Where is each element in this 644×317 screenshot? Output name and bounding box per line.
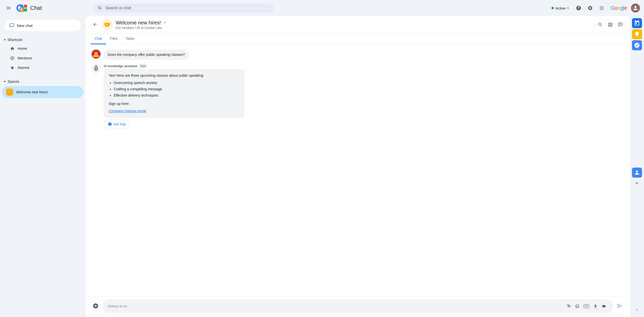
mentions-icon (10, 56, 15, 60)
tab-files[interactable]: Files (106, 33, 122, 44)
sidebar: New chat ▾ Shortcuts Home Mentions (0, 16, 86, 317)
sidebar-home-label: Home (18, 47, 27, 51)
settings-button[interactable] (585, 3, 595, 13)
user-message-content: Does the company offer public speaking c… (104, 50, 624, 60)
shortcuts-section: ▾ Shortcuts Home Mentions Starred (0, 36, 86, 72)
message-input-box: GIF (103, 299, 613, 313)
add-app-button[interactable] (632, 179, 641, 189)
top-bar-left: Chat (4, 4, 90, 13)
user-avatar (92, 50, 101, 59)
tab-chat[interactable]: Chat (91, 33, 106, 44)
chat-header-subtitle: 510 members • All of Cymbal Labs (116, 26, 596, 30)
contacts-app-icon[interactable] (632, 168, 642, 178)
spaces-section: ▾ Spaces 🤝 Welcome new hires! (0, 77, 86, 99)
video-button[interactable] (600, 302, 608, 310)
active-status-button[interactable]: Active ▾ (548, 4, 572, 12)
message-row: Does the company offer public speaking c… (92, 50, 624, 60)
sidebar-mentions-label: Mentions (18, 56, 32, 60)
space-header-emoji: 🤝 (102, 19, 113, 30)
emoji-button[interactable] (574, 302, 581, 310)
chat-header-title: Welcome new hires! (116, 20, 596, 26)
search-in-chat-button[interactable] (596, 20, 605, 29)
chat-header-info: Welcome new hires! 510 members • All of … (116, 20, 596, 30)
spaces-header[interactable]: ▾ Spaces (0, 77, 86, 86)
svg-rect-3 (24, 9, 27, 12)
add-button[interactable] (91, 301, 101, 312)
bot-intro-text: Yes! Here are three upcoming classes abo… (109, 73, 239, 78)
svg-point-6 (94, 50, 98, 52)
send-button[interactable] (615, 301, 625, 312)
search-input[interactable] (105, 6, 269, 10)
signup-text: Sign up here: (109, 101, 239, 106)
sidebar-item-welcome-new-hires[interactable]: 🤝 Welcome new hires! (2, 86, 84, 98)
apps-button[interactable] (597, 3, 607, 13)
chat-header-actions (596, 20, 625, 29)
search-bar (93, 4, 274, 13)
google-logo: Google (611, 5, 627, 11)
help-button[interactable] (574, 3, 583, 13)
input-area: GIF (86, 296, 630, 317)
chevron-down-icon: ▾ (567, 6, 569, 10)
sidebar-space-label: Welcome new hires! (16, 90, 48, 94)
org-name: All of Cymbal Labs (137, 26, 162, 30)
training-portal-link[interactable]: Company training portal (109, 109, 146, 113)
split-view-button[interactable] (606, 20, 615, 29)
star-icon (10, 65, 15, 70)
app-title: Chat (30, 5, 42, 11)
back-button[interactable] (91, 20, 100, 30)
spaces-collapse-icon: ▾ (4, 80, 6, 83)
title-chevron-icon (163, 20, 167, 25)
right-sidebar (630, 16, 644, 317)
bot-message-bubble: Yes! Here are three upcoming classes abo… (104, 69, 245, 118)
bot-sender-name: AI knowledge assistant (104, 64, 137, 68)
svg-rect-1 (24, 5, 27, 8)
gif-button[interactable]: GIF (582, 302, 591, 310)
keep-app-icon[interactable] (632, 29, 642, 39)
calendar-app-icon[interactable] (632, 18, 642, 28)
top-bar: Chat Active ▾ (0, 0, 644, 16)
main-layout: New chat ▾ Shortcuts Home Mentions (0, 16, 644, 317)
list-item-1: Overcoming speech anxiety (114, 80, 239, 86)
get-help-button[interactable]: Get help (104, 120, 130, 128)
chat-tabs: Chat Files Tasks (86, 33, 630, 45)
new-chat-button[interactable]: New chat (4, 19, 82, 32)
messages-area: Does the company offer public speaking c… (86, 45, 630, 296)
sender-row: AI knowledge assistant App (104, 64, 624, 68)
space-emoji: 🤝 (6, 89, 13, 96)
sidebar-item-mentions[interactable]: Mentions (0, 53, 82, 63)
user-message-bubble: Does the company offer public speaking c… (104, 50, 189, 60)
message-input[interactable] (108, 304, 565, 308)
upload-button[interactable] (592, 302, 599, 310)
list-item-2: Crafting a compelling message (114, 87, 239, 92)
search-bar-container (93, 4, 274, 13)
hamburger-button[interactable] (4, 4, 13, 13)
members-count: 510 members (116, 26, 134, 30)
spaces-label: Spaces (8, 80, 19, 84)
avatar[interactable] (631, 4, 640, 13)
tasks-app-icon[interactable] (632, 40, 642, 50)
svg-text:GIF: GIF (585, 305, 588, 307)
active-dot (551, 7, 554, 9)
input-tools: GIF (565, 302, 608, 310)
bot-avatar (92, 64, 101, 73)
svg-rect-0 (20, 5, 23, 8)
sidebar-item-starred[interactable]: Starred (0, 63, 82, 72)
threads-button[interactable] (616, 20, 625, 29)
home-icon (10, 46, 15, 51)
sidebar-item-home[interactable]: Home (0, 44, 82, 53)
tab-tasks[interactable]: Tasks (122, 33, 139, 44)
svg-rect-2 (20, 9, 23, 12)
new-chat-label: New chat (17, 23, 33, 28)
sidebar-starred-label: Starred (18, 66, 29, 70)
space-title: Welcome new hires! (116, 20, 161, 26)
format-text-button[interactable] (565, 302, 573, 310)
search-icon (98, 6, 102, 11)
top-bar-right: Active ▾ Google (548, 3, 640, 13)
svg-point-9 (96, 68, 97, 69)
get-help-label: Get help (113, 122, 126, 126)
new-chat-icon (9, 23, 14, 28)
right-sidebar-expand[interactable] (633, 306, 641, 315)
shortcuts-header[interactable]: ▾ Shortcuts (0, 36, 86, 44)
svg-point-8 (95, 68, 96, 69)
bot-message-content: AI knowledge assistant App Yes! Here are… (104, 64, 624, 128)
